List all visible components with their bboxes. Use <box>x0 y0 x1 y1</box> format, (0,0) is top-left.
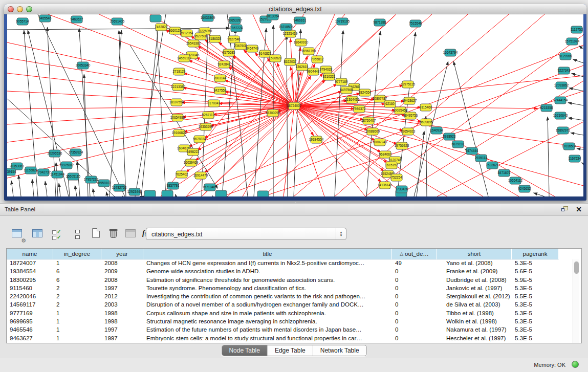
table-row[interactable]: 1830029562008Estimation of significance … <box>7 276 581 285</box>
table-header-row[interactable]: namein_degreeyeartitle△out_de…shortpager… <box>7 249 581 259</box>
table-row[interactable]: 946554611997Estimation of the future num… <box>7 326 581 334</box>
network-graph[interactable]: 1872400718300295193845549777169746266649… <box>7 14 583 196</box>
scrollbar-thumb[interactable] <box>574 261 579 274</box>
table-row[interactable]: 977716911998Corpus callosum shape and si… <box>7 310 581 318</box>
select-mode-icon[interactable]: ✓ ✓ <box>51 227 67 243</box>
table-cell[interactable]: 5.3E-5 <box>512 335 559 343</box>
table-cell[interactable]: 5.3E-5 <box>512 318 559 326</box>
table-cell[interactable]: 0 <box>392 326 437 334</box>
table-cell[interactable]: 5.3E-5 <box>512 301 559 309</box>
table-cell[interactable]: 1997 <box>101 335 143 343</box>
table-cell[interactable]: Genome-wide association studies in ADHD. <box>143 268 392 276</box>
table-cell[interactable]: 0 <box>392 293 437 301</box>
table-cell[interactable]: 9115460 <box>7 285 53 293</box>
table-row[interactable]: 2242004622012Investigating the contribut… <box>7 293 581 301</box>
vertical-scrollbar[interactable] <box>573 259 579 343</box>
table-cell[interactable]: 19384554 <box>7 268 53 276</box>
table-row[interactable]: 1456911722003Disruption of a novel membe… <box>7 301 581 309</box>
close-panel-icon[interactable]: ✕ <box>576 205 582 213</box>
table-cell[interactable]: 0 <box>392 276 437 285</box>
table-cell[interactable]: 49 <box>392 259 437 268</box>
network-node[interactable] <box>215 190 227 196</box>
table-cell[interactable]: Nakamura et al. (1997) <box>437 326 512 334</box>
table-settings-icon[interactable]: ⚙ <box>10 227 26 243</box>
table-cell[interactable]: 5.3E-5 <box>512 259 559 268</box>
table-cell[interactable]: Stergiakouli et al. (2012) <box>437 293 512 301</box>
table-cell[interactable]: 0 <box>392 335 437 343</box>
table-cell[interactable]: Changes of HCN gene expression and I(f) … <box>143 259 392 268</box>
table-body[interactable]: 1872400712008Changes of HCN gene express… <box>7 259 581 343</box>
network-canvas[interactable]: 1872400718300295193845549777169746266649… <box>7 14 583 196</box>
table-cell[interactable]: 1 <box>53 326 101 334</box>
table-cell[interactable]: Tourette syndrome. Phenomenology and cla… <box>143 285 392 293</box>
column-header-name[interactable]: name <box>7 249 53 259</box>
table-cell[interactable]: Hescheler et al. (1997) <box>437 335 512 343</box>
table-cell[interactable]: 0 <box>392 301 437 309</box>
table-cell[interactable]: 2008 <box>101 276 143 285</box>
table-row[interactable]: 911546021997Tourette syndrome. Phenomeno… <box>7 285 581 293</box>
node-table[interactable]: namein_degreeyeartitle△out_de…shortpager… <box>6 248 582 343</box>
table-cell[interactable]: 1997 <box>101 285 143 293</box>
network-node[interactable] <box>257 191 269 196</box>
table-cell[interactable]: Estimation of the future numbers of pati… <box>143 326 392 334</box>
table-cell[interactable]: 9699695 <box>7 318 53 326</box>
table-cell[interactable]: Jankovic et al. (1997) <box>437 285 512 293</box>
table-cell[interactable]: 1 <box>53 335 101 343</box>
table-cell[interactable]: 1997 <box>101 326 143 334</box>
table-cell[interactable]: Dudbridge et al. (2008) <box>437 276 512 285</box>
table-cell[interactable]: 9465546 <box>7 326 53 334</box>
table-cell[interactable]: Structural magnetic resonance image aver… <box>143 318 392 326</box>
table-cell[interactable]: Investigating the contribution of common… <box>143 293 392 301</box>
table-cell[interactable]: 1998 <box>101 318 143 326</box>
table-cell[interactable]: 0 <box>392 318 437 326</box>
network-window-titlebar[interactable]: citations_edges.txt <box>4 4 586 14</box>
table-cell[interactable]: 5.3E-5 <box>512 326 559 334</box>
column-header-out_de[interactable]: △out_de… <box>392 249 437 259</box>
table-row[interactable]: 1872400712008Changes of HCN gene express… <box>7 259 581 268</box>
table-cell[interactable]: 5.6E-5 <box>512 268 559 276</box>
table-cell[interactable]: Disruption of a novel member of a sodium… <box>143 301 392 309</box>
table-cell[interactable]: 2012 <box>101 293 143 301</box>
table-cell[interactable]: 2003 <box>101 301 143 309</box>
memory-ok-indicator[interactable] <box>572 361 579 368</box>
table-cell[interactable]: 0 <box>392 310 437 318</box>
new-table-icon[interactable] <box>89 227 104 243</box>
table-cell[interactable]: 9777169 <box>7 310 53 318</box>
table-cell[interactable]: 9463627 <box>7 335 53 343</box>
network-window[interactable]: citations_edges.txt 18724007183002951938… <box>4 4 586 201</box>
table-cell[interactable]: 5.3E-5 <box>512 285 559 293</box>
table-cell[interactable]: 18724007 <box>7 259 53 268</box>
table-cell[interactable]: 1998 <box>101 310 143 318</box>
table-cell[interactable]: de Silva et al. (2003) <box>437 301 512 309</box>
table-cell[interactable]: 2009 <box>101 268 143 276</box>
table-cell[interactable]: 1 <box>53 259 101 268</box>
table-cell[interactable]: Wolkin et al. (1998) <box>437 318 512 326</box>
column-header-year[interactable]: year <box>101 249 143 259</box>
table-cell[interactable]: Embryonic stem cells: a model to study s… <box>143 335 392 343</box>
network-node[interactable] <box>162 190 173 196</box>
table-cell[interactable]: 2 <box>53 301 101 309</box>
table-cell[interactable]: 2 <box>53 293 101 301</box>
tab-network-table[interactable]: Network Table <box>313 345 366 356</box>
table-cell[interactable]: 2008 <box>101 259 143 268</box>
column-header-in_degree[interactable]: in_degree <box>53 249 101 259</box>
column-header-title[interactable]: title <box>143 249 392 259</box>
table-cell[interactable]: Estimation of significance thresholds fo… <box>143 276 392 285</box>
table-row[interactable]: 946362711997Embryonic stem cells: a mode… <box>7 335 581 343</box>
table-cell[interactable]: 0 <box>392 268 437 276</box>
network-node[interactable] <box>150 15 161 22</box>
table-selector-dropdown[interactable]: citations_edges.txt ▲▼ <box>146 228 346 240</box>
row-height-icon[interactable] <box>71 227 86 243</box>
table-cell[interactable]: 5.9E-5 <box>512 276 559 285</box>
table-cell[interactable]: Franke et al. (2009) <box>437 268 512 276</box>
show-column-icon[interactable] <box>31 227 46 243</box>
column-header-short[interactable]: short <box>437 249 512 259</box>
table-cell[interactable]: Yano et al. (2008) <box>437 259 512 268</box>
table-row[interactable]: 969969511998Structural magnetic resonanc… <box>7 318 581 326</box>
column-header-pagerank[interactable]: pagerank <box>512 249 559 259</box>
table-cell[interactable]: Corpus callosum shape and size in male p… <box>143 310 392 318</box>
network-node[interactable] <box>144 190 156 196</box>
tab-edge-table[interactable]: Edge Table <box>268 345 313 356</box>
table-cell[interactable]: 5.5E-5 <box>512 293 559 301</box>
table-cell[interactable]: 1 <box>53 310 101 318</box>
